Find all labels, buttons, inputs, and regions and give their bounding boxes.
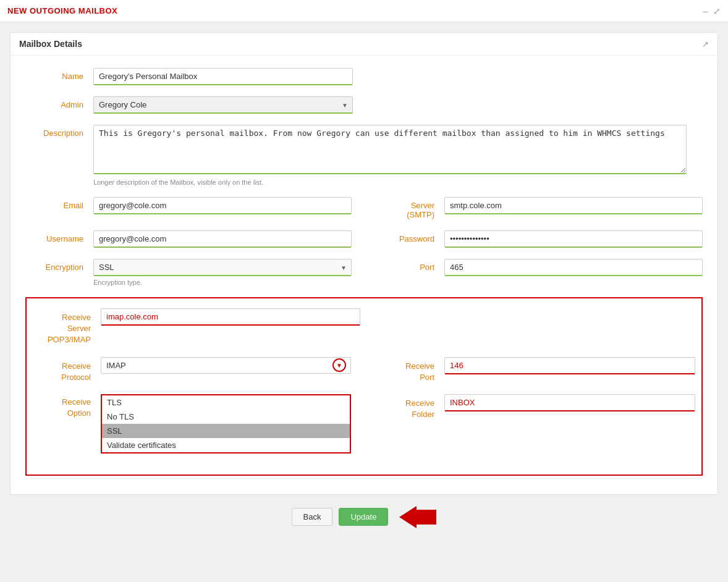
receive-folder-label: ReceiveFolder bbox=[376, 394, 444, 420]
encryption-select-wrapper: SSL TLS None bbox=[93, 259, 352, 276]
password-label: Password bbox=[376, 230, 444, 243]
option-tls[interactable]: TLS bbox=[102, 395, 350, 410]
expand-icon[interactable]: ⤢ bbox=[713, 6, 721, 16]
receive-server-control bbox=[101, 308, 360, 326]
card-collapse-icon[interactable]: ↗ bbox=[702, 40, 709, 49]
update-button[interactable]: Update bbox=[339, 508, 388, 526]
receive-protocol-col: ReceiveProtocol IMAP POP3 ▼ bbox=[33, 357, 352, 383]
receive-option-col: ReceiveOption TLS No TLS SSL Validate ce… bbox=[33, 394, 352, 453]
main-content: Mailbox Details ↗ Name Admin Gregory Col… bbox=[0, 22, 728, 549]
email-col: Email bbox=[25, 197, 352, 214]
username-control bbox=[93, 230, 352, 248]
server-label: Server(SMTP) bbox=[376, 197, 444, 219]
window-controls: ‒ ⤢ bbox=[703, 6, 721, 16]
card-header: Mailbox Details ↗ bbox=[11, 33, 717, 56]
admin-label: Admin bbox=[25, 96, 93, 109]
username-input[interactable] bbox=[93, 230, 352, 248]
option-no-tls[interactable]: No TLS bbox=[102, 410, 350, 424]
receive-server-label: ReceiveServerPOP3/IMAP bbox=[33, 308, 101, 346]
page-title: NEW OUTGOING MAILBOX bbox=[7, 6, 117, 15]
receive-option-label: ReceiveOption bbox=[33, 394, 101, 419]
minimize-icon[interactable]: ‒ bbox=[703, 6, 708, 16]
server-control bbox=[444, 197, 703, 214]
name-input[interactable] bbox=[93, 68, 353, 85]
receive-option-folder-row: ReceiveOption TLS No TLS SSL Validate ce… bbox=[33, 394, 695, 453]
receive-server-row: ReceiveServerPOP3/IMAP bbox=[33, 308, 695, 346]
password-control bbox=[444, 230, 703, 248]
card-body: Name Admin Gregory Cole Admin User bbox=[11, 56, 717, 494]
username-col: Username bbox=[25, 230, 352, 248]
encryption-control: SSL TLS None Encryption type. bbox=[93, 259, 352, 286]
password-input[interactable] bbox=[444, 230, 703, 248]
card-title: Mailbox Details bbox=[19, 39, 82, 49]
receive-server-input[interactable] bbox=[101, 308, 360, 326]
receive-folder-input[interactable] bbox=[444, 394, 695, 411]
svg-marker-0 bbox=[399, 506, 436, 528]
encryption-port-row: Encryption SSL TLS None Encryption type. bbox=[25, 259, 703, 286]
encryption-select[interactable]: SSL TLS None bbox=[93, 259, 352, 276]
encryption-col: Encryption SSL TLS None Encryption type. bbox=[25, 259, 352, 286]
back-button[interactable]: Back bbox=[292, 508, 333, 526]
admin-control: Gregory Cole Admin User bbox=[93, 96, 353, 114]
password-col: Password bbox=[376, 230, 703, 248]
server-col: Server(SMTP) bbox=[376, 197, 703, 219]
email-label: Email bbox=[25, 197, 93, 210]
receive-protocol-control: IMAP POP3 ▼ bbox=[101, 357, 351, 374]
name-control bbox=[93, 68, 353, 85]
port-control bbox=[444, 259, 703, 276]
encryption-label: Encryption bbox=[25, 259, 93, 272]
receive-folder-control bbox=[444, 394, 695, 411]
receive-folder-col: ReceiveFolder bbox=[376, 394, 695, 420]
encryption-hint: Encryption type. bbox=[93, 279, 352, 286]
receive-port-label: ReceivePort bbox=[376, 357, 444, 383]
red-arrow-svg bbox=[399, 506, 436, 528]
description-label: Description bbox=[25, 125, 93, 138]
description-control: This is Gregory's personal mailbox. From… bbox=[93, 125, 687, 186]
receive-port-input[interactable] bbox=[444, 357, 695, 374]
admin-row: Admin Gregory Cole Admin User bbox=[25, 96, 703, 114]
arrow-indicator bbox=[399, 506, 436, 528]
bottom-bar: Back Update bbox=[10, 495, 718, 539]
admin-select[interactable]: Gregory Cole Admin User bbox=[93, 96, 353, 114]
name-row: Name bbox=[25, 68, 703, 85]
description-textarea[interactable]: This is Gregory's personal mailbox. From… bbox=[93, 125, 687, 174]
receive-option-listbox[interactable]: TLS No TLS SSL Validate certificates bbox=[101, 394, 351, 453]
receive-protocol-label: ReceiveProtocol bbox=[33, 357, 101, 383]
port-col: Port bbox=[376, 259, 703, 276]
mailbox-details-card: Mailbox Details ↗ Name Admin Gregory Col… bbox=[10, 32, 718, 495]
receive-port-control bbox=[444, 357, 695, 374]
server-input[interactable] bbox=[444, 197, 703, 214]
username-password-row: Username Password bbox=[25, 230, 703, 248]
email-control bbox=[93, 197, 352, 214]
email-server-row: Email Server(SMTP) bbox=[25, 197, 703, 219]
receive-protocol-port-row: ReceiveProtocol IMAP POP3 ▼ ReceivePort bbox=[33, 357, 695, 383]
name-label: Name bbox=[25, 68, 93, 81]
description-hint: Longer description of the Mailbox, visib… bbox=[93, 179, 687, 186]
admin-select-wrapper: Gregory Cole Admin User bbox=[93, 96, 353, 114]
receive-port-col: ReceivePort bbox=[376, 357, 695, 383]
email-input[interactable] bbox=[93, 197, 352, 214]
port-label: Port bbox=[376, 259, 444, 272]
option-validate-certs[interactable]: Validate certificates bbox=[102, 438, 350, 452]
receive-protocol-select[interactable]: IMAP POP3 bbox=[101, 357, 351, 374]
port-input[interactable] bbox=[444, 259, 703, 276]
option-ssl[interactable]: SSL bbox=[102, 424, 350, 438]
receive-section: ReceiveServerPOP3/IMAP ReceiveProtocol I… bbox=[25, 297, 703, 476]
description-row: Description This is Gregory's personal m… bbox=[25, 125, 703, 186]
username-label: Username bbox=[25, 230, 93, 243]
top-bar: NEW OUTGOING MAILBOX ‒ ⤢ bbox=[0, 0, 728, 22]
